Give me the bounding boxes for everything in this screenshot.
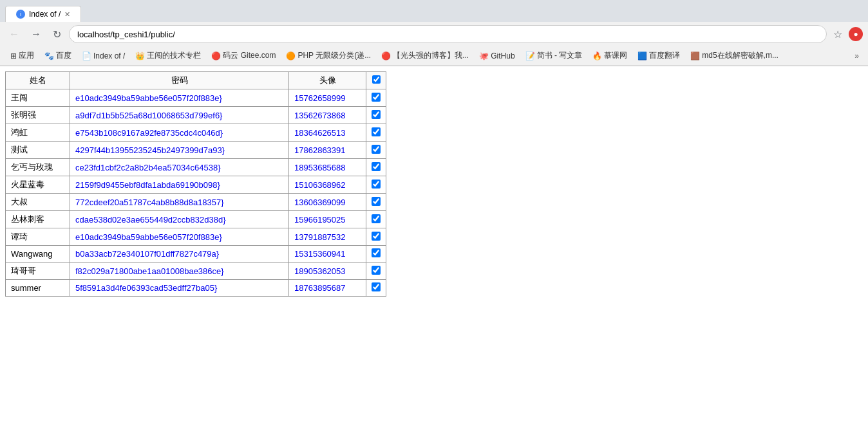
cell-avatar: 15315360941	[289, 246, 366, 263]
row-checkbox[interactable]	[372, 145, 381, 154]
cell-name: 大叔	[6, 194, 70, 211]
row-checkbox[interactable]	[372, 127, 381, 136]
cell-name: 王闯	[6, 89, 70, 107]
cell-avatar: 15106368962	[289, 176, 366, 194]
bookmark-gitee[interactable]: 🔴 码云 Gitee.com	[206, 49, 281, 62]
back-button[interactable]: ←	[5, 26, 23, 42]
reload-button[interactable]: ↻	[49, 26, 65, 43]
tab-close-button[interactable]: ✕	[64, 10, 70, 19]
table-header-row: 姓名 密码 头像	[6, 72, 386, 89]
translate-icon: 🟦	[637, 51, 647, 60]
bookmark-index-label: Index of /	[93, 51, 125, 60]
row-checkbox[interactable]	[372, 232, 381, 241]
cell-password: 772cdeef20a51787c4ab8b88d8a18357}	[70, 194, 289, 211]
bookmark-php[interactable]: 🟠 PHP 无限级分类(递...	[281, 49, 376, 62]
bookmark-apps-label: 应用	[19, 50, 34, 61]
cell-name: 火星蓝毒	[6, 176, 70, 194]
bookmark-star-button[interactable]: ☆	[831, 26, 845, 43]
row-checkbox[interactable]	[372, 162, 381, 171]
bookmark-index[interactable]: 📄 Index of /	[77, 50, 130, 62]
php-icon: 🟠	[286, 51, 296, 60]
cell-avatar: 15966195025	[289, 211, 366, 228]
table-row: summer5f8591a3d4fe06393cad53edff27ba05}1…	[6, 280, 386, 297]
extension-button[interactable]: ●	[849, 27, 863, 41]
cell-name: 丛林刺客	[6, 211, 70, 228]
bookmark-baidu[interactable]: 🐾 百度	[39, 49, 77, 62]
blog-icon: 🔴	[381, 51, 391, 60]
cell-avatar: 13562673868	[289, 107, 366, 124]
cell-password: ce23fd1cbf2c2a8b2b4ea57034c64538}	[70, 159, 289, 176]
bookmark-gitee-label: 码云 Gitee.com	[223, 50, 276, 61]
table-row: 王闯e10adc3949ba59abbe56e057f20f883e}15762…	[6, 89, 386, 107]
bookmark-md5-label: md5在线解密破解,m...	[702, 50, 778, 61]
cell-password: b0a33acb72e340107f01dff7827c479a}	[70, 246, 289, 263]
cell-name: 琦哥哥	[6, 263, 70, 280]
bookmark-github[interactable]: 🐙 GitHub	[474, 50, 520, 62]
address-input[interactable]	[69, 25, 827, 43]
cell-check	[366, 194, 386, 211]
cell-avatar: 13791887532	[289, 228, 366, 246]
row-checkbox[interactable]	[372, 180, 381, 189]
cell-password: 5f8591a3d4fe06393cad53edff27ba05}	[70, 280, 289, 297]
cell-avatar: 18364626513	[289, 124, 366, 142]
data-table: 姓名 密码 头像 王闯e10adc3949ba59abbe56e057f20f8…	[5, 71, 386, 297]
row-checkbox[interactable]	[372, 197, 381, 206]
forward-button[interactable]: →	[27, 26, 45, 42]
page-content: 姓名 密码 头像 王闯e10adc3949ba59abbe56e057f20f8…	[0, 66, 868, 302]
cell-check	[366, 142, 386, 159]
jianshu-icon: 📝	[525, 51, 535, 60]
cell-name: 鸿虹	[6, 124, 70, 142]
header-name: 姓名	[6, 72, 70, 89]
row-checkbox[interactable]	[372, 214, 381, 223]
cell-avatar: 17862863391	[289, 142, 366, 159]
bookmark-github-label: GitHub	[491, 51, 514, 60]
tab-bar: i Index of / ✕	[0, 0, 868, 22]
address-bar-row: ← → ↻ ☆ ●	[0, 22, 868, 46]
table-row: 丛林刺客cdae538d02e3ae655449d2ccb832d38d}159…	[6, 211, 386, 228]
cell-avatar: 15762658999	[289, 89, 366, 107]
table-row: Wangwangb0a33acb72e340107f01dff7827c479a…	[6, 246, 386, 263]
imooc-icon: 🔥	[592, 51, 602, 60]
active-tab[interactable]: i Index of / ✕	[5, 6, 81, 22]
header-check	[366, 72, 386, 89]
row-checkbox[interactable]	[372, 93, 381, 102]
file-icon: 📄	[82, 51, 91, 60]
bookmark-baidu-translate-label: 百度翻译	[649, 50, 680, 61]
row-checkbox[interactable]	[372, 110, 381, 119]
row-checkbox[interactable]	[372, 248, 381, 257]
bookmark-md5[interactable]: 🟫 md5在线解密破解,m...	[685, 49, 784, 62]
cell-check	[366, 89, 386, 107]
table-row: 谭琦e10adc3949ba59abbe56e057f20f883e}13791…	[6, 228, 386, 246]
github-icon: 🐙	[479, 51, 489, 60]
cell-name: Wangwang	[6, 246, 70, 263]
bookmark-apps[interactable]: ⊞ 应用	[5, 49, 39, 62]
bookmark-baidu-translate[interactable]: 🟦 百度翻译	[632, 49, 685, 62]
header-checkbox[interactable]	[372, 75, 381, 84]
cell-password: e10adc3949ba59abbe56e057f20f883e}	[70, 89, 289, 107]
bookmark-jianshu[interactable]: 📝 简书 - 写文章	[520, 49, 588, 62]
bookmark-wangchuang-label: 王闯的技术专栏	[147, 50, 201, 61]
cell-check	[366, 228, 386, 246]
bookmark-baidu-label: 百度	[56, 50, 71, 61]
tab-title: Index of /	[29, 10, 61, 19]
cell-check	[366, 176, 386, 194]
row-checkbox[interactable]	[372, 282, 381, 291]
cell-password: a9df7d1b5b525a68d10068653d799ef6}	[70, 107, 289, 124]
cell-check	[366, 159, 386, 176]
cell-avatar: 18763895687	[289, 280, 366, 297]
bookmark-php-label: PHP 无限级分类(递...	[297, 50, 371, 61]
gitee-icon: 🔴	[211, 51, 221, 60]
bookmark-imooc[interactable]: 🔥 慕课网	[587, 49, 632, 62]
cell-password: e7543b108c9167a92fe8735cdc4c046d}	[70, 124, 289, 142]
bookmarks-more-button[interactable]: »	[851, 50, 863, 62]
bookmark-guangtouqiang[interactable]: 🔴 【光头强的博客】我...	[376, 49, 474, 62]
cell-password: cdae538d02e3ae655449d2ccb832d38d}	[70, 211, 289, 228]
cell-avatar: 13606369099	[289, 194, 366, 211]
cell-avatar: 18905362053	[289, 263, 366, 280]
header-avatar: 头像	[289, 72, 366, 89]
cell-name: summer	[6, 280, 70, 297]
md5-icon: 🟫	[690, 51, 700, 60]
row-checkbox[interactable]	[372, 266, 381, 275]
bookmark-wangchuang[interactable]: 👑 王闯的技术专栏	[130, 49, 206, 62]
cell-check	[366, 107, 386, 124]
